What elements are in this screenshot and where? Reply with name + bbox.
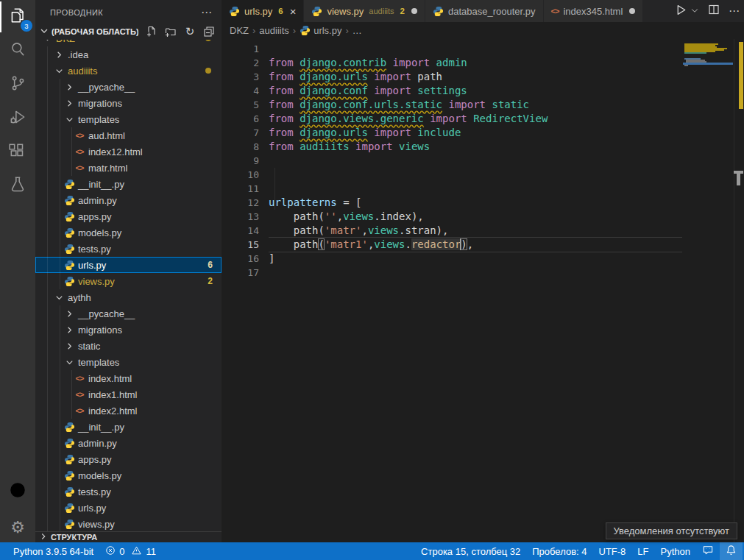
feedback-button[interactable] xyxy=(696,542,720,560)
split-editor-button[interactable] xyxy=(708,4,720,18)
tree-item-init-py[interactable]: __init__.py xyxy=(35,176,222,192)
settings-gear-button[interactable]: ⚙ xyxy=(0,511,35,545)
refresh-icon[interactable]: ↻ xyxy=(184,26,196,38)
run-dropdown-chevron-icon[interactable] xyxy=(690,4,699,18)
code-line-5[interactable]: from django.conf.urls.static import stat… xyxy=(269,98,682,112)
close-icon[interactable]: × xyxy=(290,6,297,17)
tree-item-apps-py[interactable]: apps.py xyxy=(35,451,222,467)
eol-status[interactable]: LF xyxy=(631,542,654,560)
tree-item-tests-py[interactable]: tests.py xyxy=(35,241,222,257)
tree-item-templates[interactable]: templates xyxy=(35,111,222,127)
testing-activity-button[interactable] xyxy=(0,169,35,203)
explorer-activity-button[interactable]: 3 xyxy=(0,0,35,34)
tree-indent-guide xyxy=(47,386,48,403)
code-line-10[interactable] xyxy=(269,168,682,182)
code-line-7[interactable]: from django.urls import include xyxy=(269,126,682,140)
code-line-8[interactable]: from audiiits import views xyxy=(269,140,682,154)
tree-item-admin-py[interactable]: admin.py xyxy=(35,435,222,451)
breadcrumb-item-file[interactable]: urls.py xyxy=(313,25,341,36)
tree-item-idea[interactable]: .idea xyxy=(35,46,222,63)
python-file-icon xyxy=(63,275,75,287)
tree-item-tests-py[interactable]: tests.py xyxy=(35,483,222,500)
tree-indent-guide xyxy=(60,354,60,370)
tree-item-views-py[interactable]: views.py xyxy=(35,516,222,531)
tree-item-static[interactable]: static xyxy=(35,338,222,354)
tree-item-aythh[interactable]: aythh xyxy=(35,289,222,305)
tree-item-dkz[interactable]: DKZ xyxy=(35,40,222,46)
code-line-9[interactable] xyxy=(269,154,682,168)
tree-item-matr-html[interactable]: <>matr.html xyxy=(35,160,222,176)
extensions-activity-button[interactable] xyxy=(0,135,35,169)
tree-item-migrations[interactable]: migrations xyxy=(35,95,222,111)
code-line-1[interactable] xyxy=(269,42,682,56)
tree-indent-guide xyxy=(60,403,60,419)
notifications-bell-button[interactable] xyxy=(720,542,743,560)
minimap[interactable] xyxy=(683,42,733,528)
tree-indent-guide xyxy=(60,500,60,516)
breadcrumb-item-project[interactable]: DKZ xyxy=(230,25,249,36)
cursor-position-status[interactable]: Строка 15, столбец 32 xyxy=(415,542,526,560)
tree-item-pycache[interactable]: __pycache__ xyxy=(35,305,222,322)
tree-item-label: models.py xyxy=(78,470,121,481)
tree-item-init-py[interactable]: __init__.py xyxy=(35,419,222,435)
indentation-status[interactable]: Пробелов: 4 xyxy=(526,542,592,560)
more-actions-icon[interactable]: ⋯ xyxy=(201,6,213,19)
tree-item-label: __init__.py xyxy=(78,179,124,190)
collapse-all-icon[interactable] xyxy=(203,26,215,38)
source-control-activity-button[interactable] xyxy=(0,68,35,102)
tree-item-label: migrations xyxy=(78,325,122,336)
code-line-12[interactable]: urlpatterns = [ xyxy=(269,196,682,210)
tree-item-index-html[interactable]: <>index.html xyxy=(35,370,222,386)
tree-item-label: DKZ xyxy=(56,40,75,44)
tab-index345-html[interactable]: <>index345.html xyxy=(544,0,644,22)
tree-item-models-py[interactable]: models.py xyxy=(35,224,222,241)
tree-item-views-py[interactable]: views.py2 xyxy=(35,273,222,289)
encoding-status[interactable]: UTF-8 xyxy=(593,542,632,560)
code-editor[interactable]: 12from django.contrib import admin3from … xyxy=(222,39,744,542)
python-interpreter-status[interactable]: Python 3.9.5 64-bit xyxy=(7,542,99,560)
tab-views-py[interactable]: views.pyaudiiits2 xyxy=(304,0,425,22)
tree-item-models-py[interactable]: models.py xyxy=(35,467,222,483)
tree-item-migrations[interactable]: migrations xyxy=(35,322,222,338)
tree-indent-guide xyxy=(47,176,48,192)
tree-item-templates[interactable]: templates xyxy=(35,354,222,370)
code-line-16[interactable]: ] xyxy=(269,252,682,266)
run-debug-activity-button[interactable] xyxy=(0,102,35,135)
account-button[interactable] xyxy=(0,475,35,508)
search-activity-button[interactable] xyxy=(0,34,35,68)
workspace-section-header[interactable]: (РАБОЧАЯ ОБЛАСТЬ) ... ↻ xyxy=(35,24,222,40)
tree-item-index12-html[interactable]: <>index12.html xyxy=(35,143,222,160)
tab-database-roouter-py[interactable]: database_roouter.py xyxy=(425,0,544,22)
code-line-2[interactable]: from django.contrib import admin xyxy=(269,56,682,70)
tab-urls-py[interactable]: urls.py6× xyxy=(222,0,304,22)
code-line-11[interactable] xyxy=(269,182,682,196)
language-mode-status[interactable]: Python xyxy=(655,542,696,560)
tree-item-pycache[interactable]: __pycache__ xyxy=(35,79,222,95)
code-line-6[interactable]: from django.views.generic import Redirec… xyxy=(269,112,682,126)
new-file-icon[interactable] xyxy=(146,26,157,38)
tree-indent-guide xyxy=(47,467,48,483)
code-line-4[interactable]: from django.conf import settings xyxy=(269,84,682,98)
editor-more-actions-icon[interactable]: ⋯ xyxy=(729,4,740,18)
code-line-15[interactable]: path('matr1',views.redactor), xyxy=(269,237,682,252)
problems-status[interactable]: 0 11 xyxy=(99,542,162,560)
file-tree[interactable]: DKZ.ideaaudiiits__pycache__migrationstem… xyxy=(35,40,222,531)
new-folder-icon[interactable] xyxy=(165,26,177,38)
outline-section-header[interactable]: СТРУКТУРА xyxy=(35,531,222,542)
code-line-17[interactable] xyxy=(269,266,682,280)
breadcrumb-item-symbol[interactable]: … xyxy=(352,25,362,36)
tree-item-index2-html[interactable]: <>index2.html xyxy=(35,403,222,419)
code-line-14[interactable]: path('matr',views.stran), xyxy=(269,224,682,238)
code-line-13[interactable]: path('',views.index), xyxy=(269,210,682,224)
tree-item-aud-html[interactable]: <>aud.html xyxy=(35,127,222,143)
tree-item-urls-py[interactable]: urls.py xyxy=(35,500,222,516)
tree-item-admin-py[interactable]: admin.py xyxy=(35,192,222,208)
tree-item-audiiits[interactable]: audiiits xyxy=(35,63,222,79)
tree-item-apps-py[interactable]: apps.py xyxy=(35,208,222,224)
editor-scrollbar[interactable] xyxy=(734,39,744,542)
tree-item-urls-py[interactable]: urls.py6 xyxy=(35,257,222,273)
code-line-3[interactable]: from django.urls import path xyxy=(269,70,682,84)
breadcrumb-item-folder[interactable]: audiiits xyxy=(259,25,288,36)
tree-item-index1-html[interactable]: <>index1.html xyxy=(35,386,222,403)
run-python-file-button[interactable] xyxy=(675,4,687,19)
